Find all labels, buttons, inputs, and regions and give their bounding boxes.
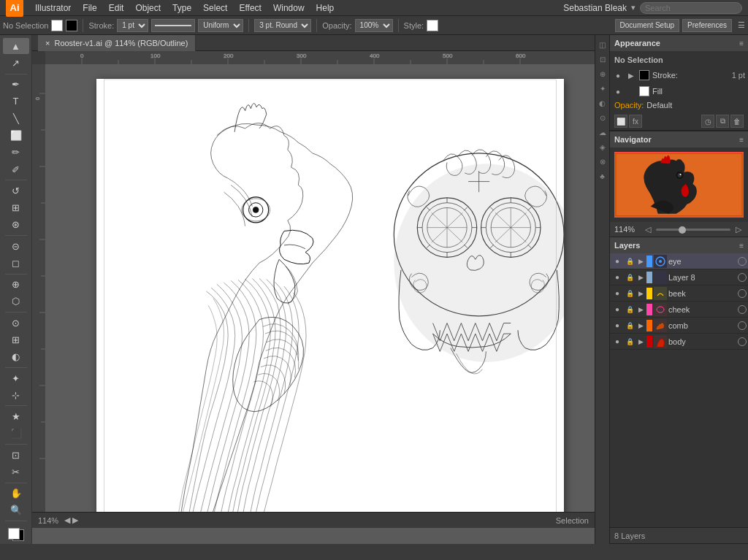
blend-tool[interactable]: ⊹ xyxy=(3,387,29,403)
layer-vis-layer8[interactable]: ● xyxy=(611,272,623,283)
live-paint-tool[interactable]: ⬡ xyxy=(3,294,29,310)
layer-expand-body[interactable]: ▶ xyxy=(636,337,645,346)
stroke-color-swatch[interactable] xyxy=(639,70,649,80)
preferences-button[interactable]: Preferences xyxy=(682,19,732,32)
layer-expand-eye[interactable]: ▶ xyxy=(636,257,645,266)
layer-row-beek[interactable]: ● 🔒 ▶ beek xyxy=(610,285,748,302)
symbol-tool[interactable]: ★ xyxy=(3,408,29,424)
workspace-icon[interactable]: ☰ xyxy=(738,20,745,30)
nav-zoom-out-icon[interactable]: ◁ xyxy=(643,224,653,234)
strip-icon-8[interactable]: ◈ xyxy=(596,140,609,153)
stroke-style-dropdown[interactable]: 3 pt. Round xyxy=(254,19,311,32)
layer-vis-body[interactable]: ● xyxy=(611,336,623,348)
stroke-vis-icon[interactable]: ● xyxy=(613,70,623,80)
fill-color-swatch[interactable] xyxy=(639,86,649,96)
type-tool[interactable]: T xyxy=(3,93,29,110)
menu-help[interactable]: Help xyxy=(310,1,340,15)
layer-vis-beek[interactable]: ● xyxy=(611,288,623,299)
perspective-tool[interactable]: ⊙ xyxy=(3,315,29,331)
navigator-header[interactable]: Navigator ≡ xyxy=(610,131,748,147)
layer-circle-layer8[interactable] xyxy=(738,273,747,282)
free-transform-tool[interactable]: ◻ xyxy=(3,255,29,271)
search-input[interactable] xyxy=(640,2,742,14)
layer-vis-eye[interactable]: ● xyxy=(611,256,623,267)
fill-expand-icon[interactable] xyxy=(626,86,636,96)
layer-row-layer8[interactable]: ● 🔒 ▶ Layer 8 xyxy=(610,269,748,285)
layer-vis-comb[interactable]: ● xyxy=(611,320,623,331)
shape-builder-tool[interactable]: ⊕ xyxy=(3,277,29,293)
style-swatch[interactable] xyxy=(427,20,438,31)
layer-row-eye[interactable]: ● 🔒 ▶ eye xyxy=(610,253,748,269)
stroke-swatch[interactable] xyxy=(66,20,77,31)
rotate-tool[interactable]: ↺ xyxy=(3,183,29,199)
appearance-header[interactable]: Appearance ≡ xyxy=(610,35,748,51)
rect-tool[interactable]: ⬜ xyxy=(3,127,29,143)
layer-lock-cheek[interactable]: 🔒 xyxy=(625,304,635,315)
layer-circle-body[interactable] xyxy=(738,337,747,346)
user-dropdown-icon[interactable]: ▾ xyxy=(631,3,636,12)
navigator-menu-icon[interactable]: ≡ xyxy=(739,136,744,144)
stroke-weight-dropdown[interactable]: 1 pt xyxy=(117,19,148,32)
fill-row[interactable]: ● Fill xyxy=(610,83,748,99)
appearance-copy-icon[interactable]: ⧉ xyxy=(716,115,729,128)
appearance-fx-icon[interactable]: fx xyxy=(629,115,642,128)
width-tool[interactable]: ⊝ xyxy=(3,238,29,254)
menu-object[interactable]: Object xyxy=(129,1,167,15)
fill-stroke-widget[interactable] xyxy=(5,525,27,544)
layer-lock-beek[interactable]: 🔒 xyxy=(625,288,635,299)
warp-tool[interactable]: ⊛ xyxy=(3,217,29,233)
mesh-tool[interactable]: ⊞ xyxy=(3,331,29,348)
layers-menu-icon[interactable]: ≡ xyxy=(739,242,744,250)
layer-expand-beek[interactable]: ▶ xyxy=(636,289,645,298)
stroke-row[interactable]: ● ▶ Stroke: 1 pt xyxy=(610,67,748,83)
menu-file[interactable]: File xyxy=(77,1,102,15)
hand-tool[interactable]: ✋ xyxy=(3,485,29,501)
layer-circle-eye[interactable] xyxy=(738,257,747,266)
document-setup-button[interactable]: Document Setup xyxy=(615,19,680,32)
layer-lock-layer8[interactable]: 🔒 xyxy=(625,272,635,283)
menu-window[interactable]: Window xyxy=(267,1,310,15)
layer-lock-comb[interactable]: 🔒 xyxy=(625,321,635,331)
fill-vis-icon[interactable]: ● xyxy=(613,86,623,96)
nav-zoom-slider[interactable] xyxy=(656,229,730,231)
document-tab[interactable]: × Rooster-v1.ai @ 114% (RGB/Outline) xyxy=(38,35,196,51)
layer-circle-comb[interactable] xyxy=(738,321,747,330)
nav-zoom-in-icon[interactable]: ▷ xyxy=(733,224,744,234)
appearance-delete-icon[interactable]: 🗑 xyxy=(730,115,744,128)
strip-icon-7[interactable]: ☁ xyxy=(596,126,609,139)
new-art-has-basic-appearance[interactable]: ⬜ xyxy=(614,115,627,128)
pen-tool[interactable]: ✒ xyxy=(3,77,29,93)
layer-circle-cheek[interactable] xyxy=(738,305,747,314)
zoom-tool[interactable]: 🔍 xyxy=(3,502,29,518)
scale-tool[interactable]: ⊞ xyxy=(3,200,29,216)
paintbrush-tool[interactable]: ✏ xyxy=(3,145,29,161)
strip-icon-9[interactable]: ⊗ xyxy=(596,155,609,168)
fill-swatch[interactable] xyxy=(51,20,63,31)
column-graph-tool[interactable]: ⬛ xyxy=(3,426,29,442)
eyedropper-tool[interactable]: ✦ xyxy=(3,370,29,386)
layer-row-cheek[interactable]: ● 🔒 ▶ cheek xyxy=(610,302,748,318)
strip-icon-4[interactable]: ✦ xyxy=(596,82,609,95)
menu-select[interactable]: Select xyxy=(197,1,233,15)
selection-tool[interactable]: ▲ xyxy=(3,38,29,54)
layer-lock-body[interactable]: 🔒 xyxy=(625,337,635,347)
layer-row-comb[interactable]: ● 🔒 ▶ comb xyxy=(610,318,748,334)
opacity-dropdown[interactable]: 100% xyxy=(355,19,393,32)
strip-icon-3[interactable]: ⊕ xyxy=(596,67,609,80)
direct-selection-tool[interactable]: ↗ xyxy=(3,55,29,71)
artboard-tool[interactable]: ⊡ xyxy=(3,447,29,463)
strip-icon-2[interactable]: ⊡ xyxy=(596,53,609,66)
layers-header[interactable]: Layers ≡ xyxy=(610,237,748,253)
strip-icon-10[interactable]: ♣ xyxy=(596,169,609,183)
line-tool[interactable]: ╲ xyxy=(3,110,29,126)
strip-icon-1[interactable]: ◫ xyxy=(596,38,609,51)
layer-expand-comb[interactable]: ▶ xyxy=(636,321,645,330)
canvas-inner[interactable] xyxy=(45,64,595,512)
layer-vis-cheek[interactable]: ● xyxy=(611,304,623,315)
layer-row-body[interactable]: ● 🔒 ▶ body xyxy=(610,334,748,350)
menu-edit[interactable]: Edit xyxy=(103,1,130,15)
menu-illustrator[interactable]: Illustrator xyxy=(29,1,77,15)
gradient-tool[interactable]: ◐ xyxy=(3,349,29,365)
layer-lock-eye[interactable]: 🔒 xyxy=(625,256,635,266)
tab-close[interactable]: × xyxy=(45,39,50,47)
